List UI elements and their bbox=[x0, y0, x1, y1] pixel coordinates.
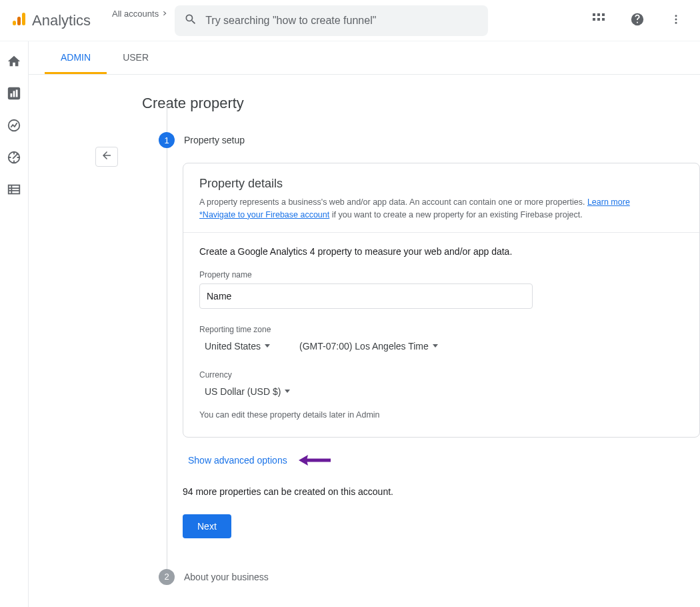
caret-down-icon bbox=[433, 344, 438, 348]
page-title: Create property bbox=[142, 95, 700, 112]
svg-rect-4 bbox=[597, 13, 600, 16]
accounts-selector[interactable]: All accounts bbox=[112, 9, 168, 32]
step-1-badge: 1 bbox=[159, 132, 175, 148]
tab-admin[interactable]: ADMIN bbox=[45, 41, 107, 74]
svg-rect-14 bbox=[11, 93, 13, 97]
card-title: Property details bbox=[199, 177, 683, 191]
accounts-label: All accounts bbox=[112, 9, 159, 19]
home-icon bbox=[7, 54, 21, 71]
card-lead: Create a Google Analytics 4 property to … bbox=[199, 246, 683, 257]
apps-grid-icon bbox=[593, 13, 605, 28]
svg-point-12 bbox=[675, 21, 677, 23]
product-logo[interactable]: Analytics bbox=[11, 11, 91, 30]
property-name-input[interactable] bbox=[199, 283, 533, 309]
nav-advertising[interactable] bbox=[6, 151, 22, 167]
learn-more-link[interactable]: Learn more bbox=[587, 197, 630, 207]
search-box[interactable]: Try searching "how to create funnel" bbox=[175, 5, 488, 36]
svg-rect-1 bbox=[17, 17, 21, 25]
show-advanced-options-link[interactable]: Show advanced options bbox=[188, 455, 287, 466]
svg-rect-3 bbox=[593, 13, 595, 16]
annotation-arrow-icon bbox=[297, 454, 331, 470]
svg-point-19 bbox=[16, 153, 18, 155]
left-nav-rail bbox=[0, 41, 29, 607]
svg-rect-16 bbox=[16, 90, 18, 97]
more-vert-icon bbox=[670, 13, 682, 28]
timezone-country-dropdown[interactable]: United States bbox=[199, 338, 275, 354]
timezone-value-dropdown[interactable]: (GMT-07:00) Los Angeles Time bbox=[294, 338, 443, 354]
explore-icon bbox=[7, 118, 21, 135]
svg-point-11 bbox=[675, 18, 677, 20]
tab-bar: ADMIN USER bbox=[29, 41, 700, 75]
caret-down-icon bbox=[285, 390, 290, 393]
nav-explore[interactable] bbox=[6, 119, 22, 135]
product-name: Analytics bbox=[32, 12, 91, 29]
svg-rect-8 bbox=[602, 18, 605, 21]
currency-dropdown[interactable]: US Dollar (USD $) bbox=[199, 384, 683, 400]
app-header: Analytics All accounts Try searching "ho… bbox=[0, 0, 700, 41]
nav-home[interactable] bbox=[6, 55, 22, 71]
nav-configure[interactable] bbox=[6, 183, 22, 199]
svg-rect-7 bbox=[597, 18, 600, 21]
svg-rect-6 bbox=[593, 18, 595, 21]
target-icon bbox=[7, 150, 21, 167]
step-2-badge: 2 bbox=[159, 569, 175, 585]
svg-rect-0 bbox=[13, 21, 16, 25]
analytics-logo-icon bbox=[11, 11, 27, 30]
card-subtitle: A property represents a business's web a… bbox=[199, 196, 683, 221]
search-placeholder: Try searching "how to create funnel" bbox=[205, 15, 376, 27]
more-button[interactable] bbox=[663, 7, 689, 34]
svg-rect-20 bbox=[9, 185, 20, 194]
step-1-label: Property setup bbox=[184, 135, 245, 145]
currency-label: Currency bbox=[199, 370, 683, 380]
next-button[interactable]: Next bbox=[183, 514, 231, 538]
step-2-header[interactable]: 2 About your business bbox=[159, 569, 700, 585]
search-icon bbox=[184, 13, 197, 29]
step-2-label: About your business bbox=[184, 572, 269, 582]
firebase-link[interactable]: *Navigate to your Firebase account bbox=[199, 210, 329, 219]
header-actions bbox=[585, 7, 689, 34]
chevron-right-icon bbox=[161, 9, 168, 19]
caret-down-icon bbox=[265, 344, 270, 348]
property-name-label: Property name bbox=[199, 270, 683, 279]
edit-later-hint: You can edit these property details late… bbox=[199, 410, 683, 420]
svg-point-10 bbox=[675, 15, 677, 17]
nav-reports[interactable] bbox=[6, 87, 22, 103]
stepper-line bbox=[167, 105, 167, 585]
content-area: ADMIN USER Create property 1 Property se… bbox=[29, 41, 700, 607]
step-1-header: 1 Property setup bbox=[159, 132, 700, 148]
tab-user[interactable]: USER bbox=[107, 41, 165, 74]
remaining-properties-text: 94 more properties can be created on thi… bbox=[183, 486, 700, 497]
property-details-card: Property details A property represents a… bbox=[183, 163, 700, 438]
svg-rect-2 bbox=[22, 13, 25, 25]
svg-rect-15 bbox=[13, 91, 15, 97]
help-icon bbox=[630, 12, 645, 29]
help-button[interactable] bbox=[624, 7, 651, 34]
timezone-label: Reporting time zone bbox=[199, 325, 683, 334]
svg-rect-5 bbox=[602, 13, 605, 16]
bar-chart-icon bbox=[7, 86, 21, 103]
table-icon bbox=[7, 182, 21, 199]
apps-button[interactable] bbox=[585, 7, 612, 34]
